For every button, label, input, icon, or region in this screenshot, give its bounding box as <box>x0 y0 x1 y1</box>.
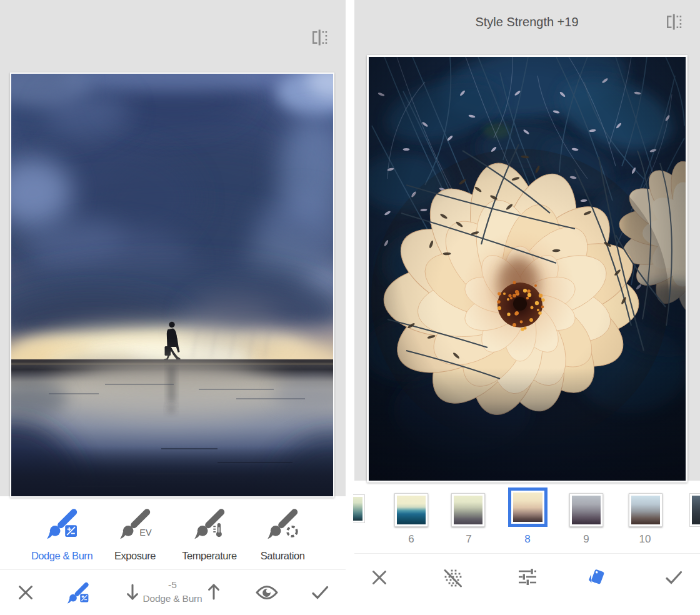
svg-text:EV: EV <box>139 528 152 538</box>
